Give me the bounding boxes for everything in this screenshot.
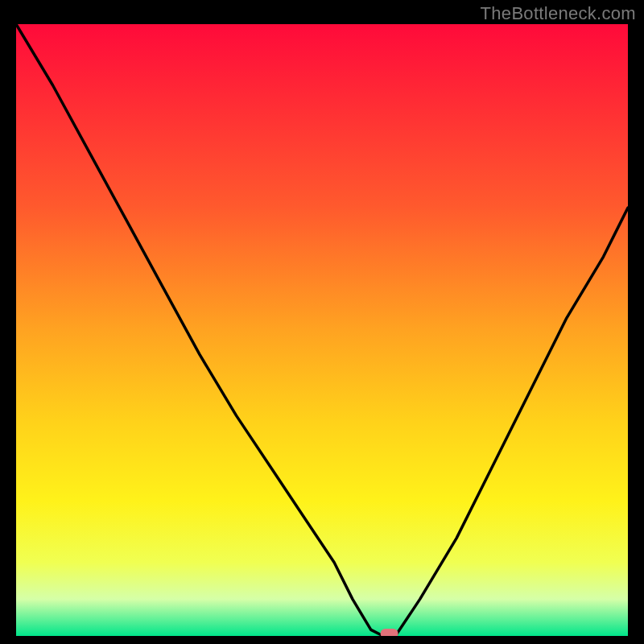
bottleneck-chart <box>16 24 628 636</box>
watermark-text: TheBottleneck.com <box>481 3 636 24</box>
chart-frame: TheBottleneck.com <box>0 0 644 644</box>
optimal-point-marker <box>381 629 398 636</box>
